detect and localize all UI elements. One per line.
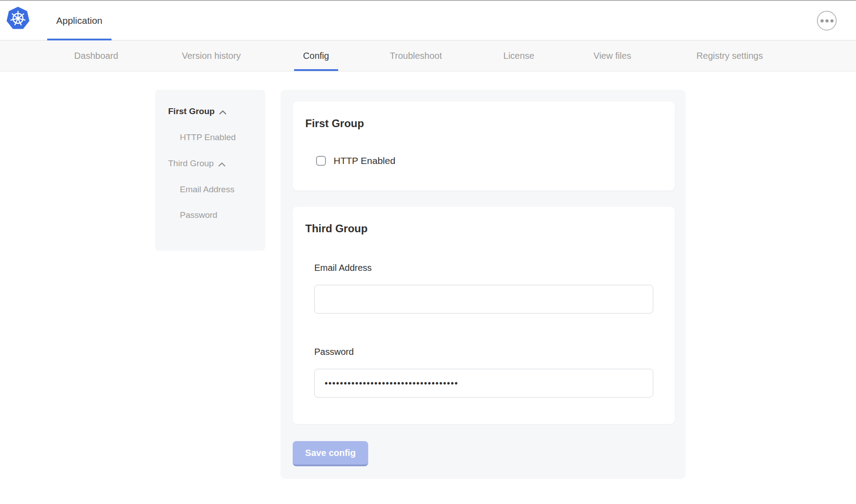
subtab-label: Dashboard: [74, 51, 118, 61]
subtab-label: View files: [593, 51, 631, 61]
config-page: First Group HTTP Enabled Third Group Ema…: [0, 71, 856, 504]
config-area: First Group HTTP Enabled Third Group Ema…: [281, 90, 686, 479]
subtab-label: Version history: [182, 51, 241, 61]
http-enabled-checkbox[interactable]: [316, 156, 326, 166]
subtab-label: Config: [303, 51, 329, 61]
save-config-button[interactable]: Save config: [293, 441, 368, 466]
tab-application-label: Application: [56, 15, 103, 26]
http-enabled-row: HTTP Enabled: [316, 155, 662, 166]
sidebar-item-label: Password: [180, 210, 217, 220]
sidebar-group-third-group[interactable]: Third Group: [168, 158, 265, 169]
config-group-card-third-group: Third Group Email Address Password: [293, 207, 675, 424]
password-input[interactable]: [314, 369, 653, 398]
subtab-label: Registry settings: [696, 51, 763, 61]
ellipsis-dot: [820, 19, 824, 22]
ellipsis-dot: [825, 19, 829, 22]
password-field: Password: [314, 346, 662, 398]
group-title: Third Group: [305, 222, 662, 235]
subtab-view-files[interactable]: View files: [584, 40, 640, 71]
subtab-label: License: [504, 51, 535, 61]
sidebar-group-first-group[interactable]: First Group: [168, 106, 265, 117]
sidebar-item-label: Email Address: [180, 185, 234, 195]
sidebar-item-email-address[interactable]: Email Address: [180, 185, 265, 195]
subtab-label: Troubleshoot: [390, 51, 442, 61]
config-nav-sidebar: First Group HTTP Enabled Third Group Ema…: [155, 90, 265, 251]
app-subnav: Dashboard Version history Config Trouble…: [0, 40, 856, 71]
chevron-up-icon: [219, 107, 227, 117]
app-header: Application: [0, 1, 856, 40]
subtab-dashboard[interactable]: Dashboard: [65, 40, 127, 71]
password-label: Password: [314, 346, 662, 358]
subtab-troubleshoot[interactable]: Troubleshoot: [381, 40, 451, 71]
kubernetes-logo-icon: [6, 7, 30, 30]
sidebar-item-label: HTTP Enabled: [180, 133, 236, 142]
config-group-card-first-group: First Group HTTP Enabled: [293, 102, 675, 190]
subtab-license[interactable]: License: [495, 40, 544, 71]
sidebar-item-password[interactable]: Password: [180, 210, 265, 220]
subtab-version-history[interactable]: Version history: [173, 40, 250, 71]
group-title: First Group: [305, 117, 662, 130]
email-address-input[interactable]: [314, 285, 653, 314]
tab-application[interactable]: Application: [47, 1, 111, 40]
subtab-registry-settings[interactable]: Registry settings: [687, 40, 772, 71]
sidebar-group-label: Third Group: [168, 159, 214, 168]
sidebar-item-http-enabled[interactable]: HTTP Enabled: [180, 133, 265, 142]
http-enabled-label: HTTP Enabled: [334, 155, 395, 166]
email-address-field: Email Address: [314, 262, 662, 314]
sidebar-group-label: First Group: [168, 106, 214, 116]
ellipsis-dot: [830, 19, 834, 22]
email-address-label: Email Address: [314, 262, 662, 274]
ellipsis-menu-button[interactable]: [817, 11, 837, 31]
chevron-up-icon: [218, 159, 226, 169]
subtab-config[interactable]: Config: [294, 40, 338, 71]
